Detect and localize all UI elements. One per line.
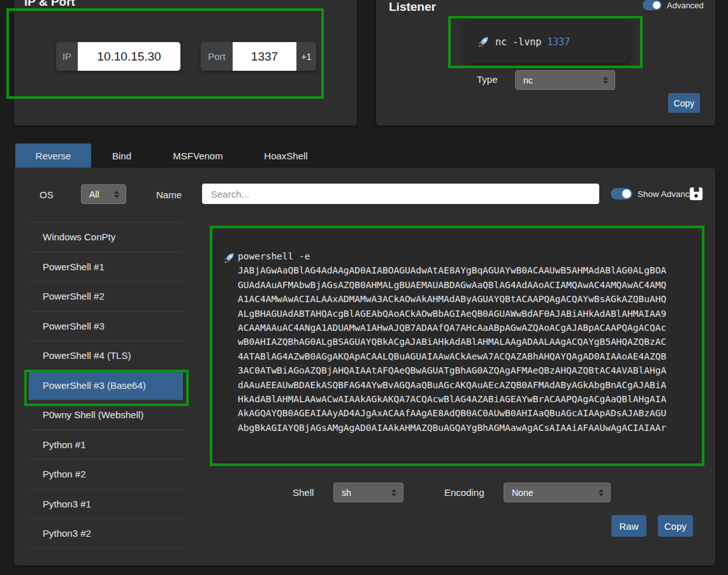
list-item-powershell-1[interactable]: PowerShell #1 <box>29 252 183 282</box>
listener-type-value: nc <box>523 75 603 85</box>
encoding-select-value: None <box>512 488 599 498</box>
listener-command-text: nc -lvnp 1337 <box>495 36 570 48</box>
listener-command-box[interactable]: nc -lvnp 1337 <box>466 21 629 63</box>
list-item-p0wny-shell[interactable]: P0wny Shell (Webshell) <box>29 400 183 430</box>
listener-command-prefix: nc -lvnp <box>495 36 547 48</box>
save-icon[interactable] <box>689 187 703 201</box>
advanced-toggle-label: Advanced <box>667 1 704 10</box>
search-input[interactable] <box>202 184 599 204</box>
payload-command: powershell -e <box>238 251 310 261</box>
toggle-knob <box>622 189 631 198</box>
rocket-icon <box>477 36 489 48</box>
caret-updown-icon <box>599 489 604 497</box>
advanced-toggle[interactable] <box>643 0 662 10</box>
caret-updown-icon <box>391 489 397 497</box>
toggle-knob <box>653 1 660 9</box>
tab-reverse[interactable]: Reverse <box>15 143 91 168</box>
port-input[interactable] <box>233 42 296 71</box>
caret-updown-icon <box>114 191 119 198</box>
ip-port-title: IP & Port <box>24 0 75 9</box>
listener-title: Listener <box>389 0 436 14</box>
shell-select-value: sh <box>342 488 391 498</box>
list-item-powershell-4-tls[interactable]: PowerShell #4 (TLS) <box>29 341 183 371</box>
list-item-python3-2[interactable]: Python3 #2 <box>29 519 183 549</box>
listener-command-port: 1337 <box>547 36 570 48</box>
ip-label: IP <box>56 42 78 71</box>
ip-port-panel: IP & Port IP Port +1 <box>14 0 357 126</box>
name-label: Name <box>156 189 182 200</box>
payload-command-box[interactable]: powershell -e JABjAGwAaQBlAG4AdAAgAD0AIA… <box>215 231 699 461</box>
copy-payload-button[interactable]: Copy <box>658 515 693 537</box>
port-increment-button[interactable]: +1 <box>296 42 316 71</box>
tab-msfvenom[interactable]: MSFVenom <box>152 143 244 168</box>
list-item-windows-conpty[interactable]: Windows ConPty <box>29 222 183 252</box>
shell-select[interactable]: sh <box>333 483 404 502</box>
os-select-value: All <box>89 189 114 200</box>
reverse-shell-generator-page: IP & Port IP Port +1 Listener Advanced n… <box>0 0 728 575</box>
list-item-python3-1[interactable]: Python3 #1 <box>29 490 183 520</box>
port-label: Port <box>201 42 233 71</box>
ip-input[interactable] <box>78 42 180 71</box>
shell-label: Shell <box>293 487 314 498</box>
show-advanced-toggle[interactable] <box>611 188 632 200</box>
list-item-powershell-3-base64[interactable]: PowerShell #3 (Base64) <box>29 371 183 401</box>
payload-encoded: JABjAGwAaQBlAG4AdAAgAD0AIABOAGUAdwAtAE8A… <box>238 265 666 432</box>
type-label: Type <box>477 74 498 85</box>
payload-text: powershell -e JABjAGwAaQBlAG4AdAAgAD0AIA… <box>238 249 688 435</box>
tab-hoaxshell[interactable]: HoaxShell <box>244 143 328 168</box>
encoding-label: Encoding <box>444 487 484 498</box>
caret-updown-icon <box>603 76 608 84</box>
ip-input-group: IP <box>56 42 180 71</box>
encoding-select[interactable]: None <box>504 483 611 502</box>
list-item-python-1[interactable]: Python #1 <box>29 430 183 460</box>
rocket-icon <box>223 252 235 264</box>
list-item-powershell-2[interactable]: PowerShell #2 <box>29 282 183 312</box>
raw-button[interactable]: Raw <box>611 515 646 537</box>
listener-copy-button[interactable]: Copy <box>668 93 700 113</box>
port-input-group: Port +1 <box>201 42 316 71</box>
tab-bind[interactable]: Bind <box>91 143 152 168</box>
listener-type-select[interactable]: nc <box>515 70 615 90</box>
shell-list: Windows ConPty PowerShell #1 PowerShell … <box>29 222 183 549</box>
list-item-python-2[interactable]: Python #2 <box>29 460 183 490</box>
os-select[interactable]: All <box>81 184 126 204</box>
list-item-powershell-3[interactable]: PowerShell #3 <box>29 312 183 342</box>
os-label: OS <box>40 189 54 200</box>
